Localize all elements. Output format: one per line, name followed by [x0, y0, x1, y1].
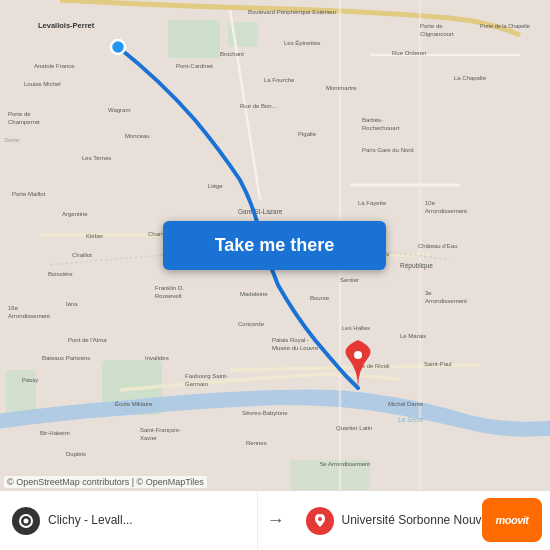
svg-text:Arrondissement: Arrondissement [8, 313, 50, 319]
svg-point-79 [111, 40, 125, 54]
svg-text:Rochechouart: Rochechouart [362, 125, 400, 131]
svg-text:Louise Michel: Louise Michel [24, 81, 61, 87]
origin-station[interactable]: Clichy - Levall... [0, 491, 258, 550]
svg-text:Château d'Eau: Château d'Eau [418, 243, 458, 249]
svg-text:Porte de la Chapelle: Porte de la Chapelle [480, 23, 530, 29]
svg-text:Barbès-: Barbès- [362, 117, 383, 123]
svg-text:Porte Maillot: Porte Maillot [12, 191, 46, 197]
svg-text:Bateaux Parisiens: Bateaux Parisiens [42, 355, 90, 361]
svg-text:Chaillot: Chaillot [72, 252, 92, 258]
direction-arrow-icon: → [262, 507, 290, 535]
map-attribution: © OpenStreetMap contributors | © OpenMap… [4, 476, 207, 488]
svg-text:Pont de l'Alma: Pont de l'Alma [68, 337, 107, 343]
svg-text:Rue Ordener: Rue Ordener [392, 50, 427, 56]
origin-station-icon [12, 507, 40, 535]
svg-text:Madeleine: Madeleine [240, 291, 268, 297]
moovit-logo: moovit [482, 498, 542, 542]
svg-text:Sentier: Sentier [340, 277, 359, 283]
svg-text:Wagram: Wagram [108, 107, 130, 113]
svg-text:10e: 10e [425, 200, 436, 206]
svg-text:Saint-Paul: Saint-Paul [424, 361, 452, 367]
svg-text:Arrondissement: Arrondissement [425, 208, 467, 214]
svg-text:La Seine: La Seine [398, 416, 424, 423]
svg-text:République: République [400, 262, 433, 270]
svg-text:Rue de Bon...: Rue de Bon... [240, 103, 277, 109]
svg-text:Champerret: Champerret [8, 119, 40, 125]
svg-text:Musée du Louvre: Musée du Louvre [272, 345, 319, 351]
svg-text:Germain: Germain [185, 381, 208, 387]
svg-text:Saint-François-: Saint-François- [140, 427, 181, 433]
svg-text:16e: 16e [8, 305, 19, 311]
svg-text:Passy: Passy [22, 377, 38, 383]
svg-text:Franklin D.: Franklin D. [155, 285, 184, 291]
svg-text:Anatole France: Anatole France [34, 63, 75, 69]
svg-text:Concorde: Concorde [238, 321, 265, 327]
svg-text:Paris Gare du Nord: Paris Gare du Nord [362, 147, 414, 153]
svg-text:Les Ternes: Les Ternes [82, 155, 111, 161]
svg-text:Le Marais: Le Marais [400, 333, 426, 339]
svg-text:Gare St-Lazare: Gare St-Lazare [238, 208, 283, 215]
svg-text:Bir-Hakeim: Bir-Hakeim [40, 430, 70, 436]
svg-text:Quartier Latin: Quartier Latin [336, 425, 372, 431]
svg-text:Rennes: Rennes [246, 440, 267, 446]
svg-text:Argentine: Argentine [62, 211, 88, 217]
svg-text:Les Épinettes: Les Épinettes [284, 40, 320, 46]
svg-text:Palais Royal -: Palais Royal - [272, 337, 309, 343]
svg-text:La Chapelle: La Chapelle [454, 75, 487, 81]
svg-text:Michel Dame: Michel Dame [388, 401, 424, 407]
svg-text:Xavier: Xavier [140, 435, 157, 441]
bottom-bar: Clichy - Levall... → Université Sorbonne… [0, 490, 550, 550]
svg-text:Boissière: Boissière [48, 271, 73, 277]
svg-text:Sèvres-Babylone: Sèvres-Babylone [242, 410, 288, 416]
svg-text:Faubourg Saint-: Faubourg Saint- [185, 373, 228, 379]
origin-station-label: Clichy - Levall... [48, 513, 133, 529]
svg-text:Dupleix: Dupleix [66, 451, 86, 457]
svg-text:La Fourche: La Fourche [264, 77, 295, 83]
take-me-there-button[interactable]: Take me there [163, 221, 386, 270]
svg-text:5e Arrondissement: 5e Arrondissement [320, 461, 370, 467]
svg-text:Bourse: Bourse [310, 295, 330, 301]
svg-text:La Fayette: La Fayette [358, 200, 387, 206]
svg-text:Boulevard Périphérique Extérie: Boulevard Périphérique Extérieur [248, 9, 336, 15]
svg-text:École Militaire: École Militaire [115, 401, 153, 407]
svg-text:Seine: Seine [4, 137, 20, 143]
svg-text:Les Halles: Les Halles [342, 325, 370, 331]
svg-text:Monceau: Monceau [125, 133, 150, 139]
svg-text:Montmartre: Montmartre [326, 85, 357, 91]
svg-text:Porte de: Porte de [420, 23, 443, 29]
svg-text:Arrondissement: Arrondissement [425, 298, 467, 304]
svg-point-84 [318, 517, 322, 521]
svg-text:Invalides: Invalides [145, 355, 169, 361]
svg-text:Roosevelt: Roosevelt [155, 293, 182, 299]
svg-point-83 [24, 518, 29, 523]
svg-text:Pont-Cardinet: Pont-Cardinet [176, 63, 213, 69]
svg-text:Brochant: Brochant [220, 51, 244, 57]
destination-station-icon [306, 507, 334, 535]
svg-text:Porte de: Porte de [8, 111, 31, 117]
svg-text:Kléber: Kléber [86, 233, 103, 239]
svg-text:Levallois-Perret: Levallois-Perret [38, 21, 95, 30]
svg-text:Clignancourt: Clignancourt [420, 31, 454, 37]
svg-text:3e: 3e [425, 290, 432, 296]
map-container: Levallois-Perret Anatole France Louise M… [0, 0, 550, 490]
svg-text:Liège: Liège [208, 183, 223, 189]
svg-text:Iéna: Iéna [66, 301, 78, 307]
svg-rect-1 [168, 20, 220, 58]
svg-text:Pigalle: Pigalle [298, 131, 317, 137]
svg-point-81 [354, 351, 362, 359]
